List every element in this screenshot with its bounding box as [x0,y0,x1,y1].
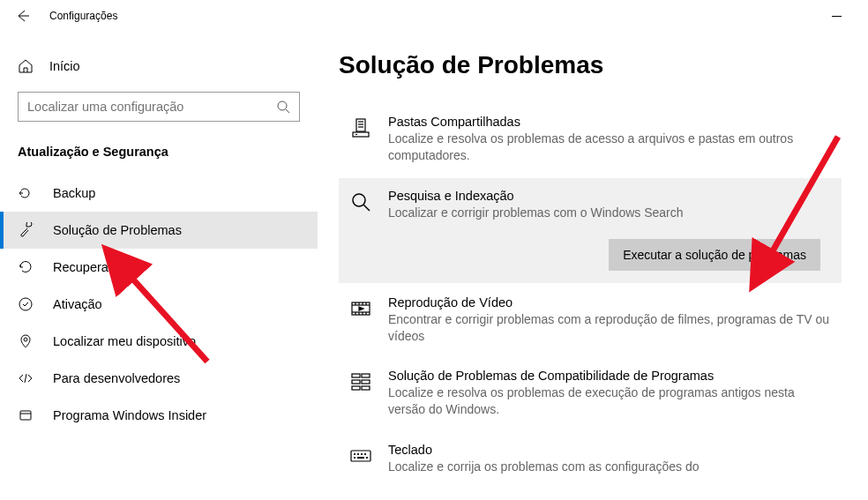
svg-rect-28 [352,380,360,384]
home-nav-item[interactable]: Início [0,49,318,83]
minimize-button[interactable] [819,3,854,29]
sidebar-item-label: Programa Windows Insider [53,408,206,422]
troubleshooter-title: Pastas Compartilhadas [388,115,831,129]
svg-point-39 [367,458,368,459]
svg-rect-7 [356,119,365,131]
svg-rect-5 [20,411,31,420]
sidebar-item-label: Ativação [53,297,102,311]
main-panel: Solução de Problemas Pastas Compartilhad… [318,32,868,500]
page-title: Solução de Problemas [339,51,842,79]
troubleshooter-desc: Localize e resolva os problemas de execu… [388,384,831,418]
sidebar-item-developers[interactable]: Para desenvolvedores [0,360,318,397]
keyboard-icon [349,444,372,467]
sidebar-item-troubleshoot[interactable]: Solução de Problemas [0,212,318,249]
search-icon [276,100,290,114]
program-compat-icon [349,370,372,393]
sidebar-item-recovery[interactable]: Recuperação [0,249,318,286]
troubleshooter-desc: Localizar e corrigir problemas com o Win… [388,205,831,221]
svg-point-13 [353,194,365,206]
sidebar-item-label: Backup [53,186,95,200]
troubleshooter-video-playback[interactable]: Reprodução de Vídeo Encontrar e corrigir… [339,285,842,357]
sidebar-item-label: Para desenvolvedores [53,371,180,385]
shared-folders-icon [349,116,372,139]
troubleshooter-desc: Localize e corrija os problemas com as c… [388,459,831,475]
svg-rect-26 [352,374,360,377]
category-header: Atualização e Segurança [0,138,318,175]
sidebar-item-label: Solução de Problemas [53,223,182,237]
svg-rect-27 [362,374,370,377]
sidebar-item-find-device[interactable]: Localizar meu dispositivo [0,323,318,360]
search-indexing-icon [349,190,372,213]
svg-point-37 [355,458,355,459]
troubleshooter-desc: Encontrar e corrigir problemas com a rep… [388,311,831,345]
troubleshooter-title: Reprodução de Vídeo [388,295,831,310]
troubleshooter-keyboard[interactable]: Teclado Localize e corrija os problemas … [339,432,842,488]
svg-rect-31 [362,386,370,390]
troubleshooter-desc: Localize e resolva os problemas de acess… [388,131,831,164]
wrench-icon [18,222,34,238]
svg-point-34 [358,454,359,455]
sidebar-item-backup[interactable]: Backup [0,175,318,212]
troubleshooter-search-indexing[interactable]: Pesquisa e Indexação Localizar e corrigi… [339,178,842,283]
troubleshooter-title: Teclado [388,443,831,457]
backup-icon [18,185,34,201]
activation-icon [18,296,34,312]
recovery-icon [18,259,34,275]
svg-point-4 [24,338,27,341]
sidebar-item-label: Recuperação [53,260,129,274]
run-troubleshooter-button[interactable]: Executar a solução de problemas [609,239,820,271]
search-input[interactable] [27,100,276,114]
sidebar-item-insider[interactable]: Programa Windows Insider [0,397,318,434]
arrow-left-icon [16,9,30,23]
window-title: Configurações [49,10,117,22]
video-playback-icon [349,297,372,320]
svg-point-3 [19,298,32,310]
sidebar-item-activation[interactable]: Ativação [0,286,318,323]
svg-line-2 [286,109,289,113]
troubleshooter-title: Solução de Problemas de Compatibilidade … [388,369,831,383]
svg-point-1 [278,101,287,110]
svg-rect-30 [352,386,360,390]
svg-point-36 [365,454,366,455]
find-device-icon [18,333,34,349]
insider-icon [18,407,34,423]
home-label: Início [49,59,80,73]
back-button[interactable] [14,7,32,25]
svg-rect-11 [353,132,369,137]
nav-list: Backup Solução de Problemas [0,175,318,434]
troubleshooter-shared-folders[interactable]: Pastas Compartilhadas Localize e resolva… [339,104,842,176]
search-box[interactable] [18,92,300,122]
troubleshooter-title: Pesquisa e Indexação [388,189,831,203]
titlebar: Configurações [0,0,868,32]
home-icon [18,58,34,74]
svg-line-14 [363,205,370,211]
minimize-icon [832,11,842,21]
svg-point-33 [355,454,355,455]
svg-point-35 [362,454,363,455]
svg-rect-32 [351,451,370,461]
developers-icon [18,370,34,386]
sidebar-item-label: Localizar meu dispositivo [53,334,196,348]
sidebar: Início Atualização e Segurança [0,32,318,500]
svg-rect-29 [362,380,370,384]
troubleshooter-program-compat[interactable]: Solução de Problemas de Compatibilidade … [339,358,842,430]
